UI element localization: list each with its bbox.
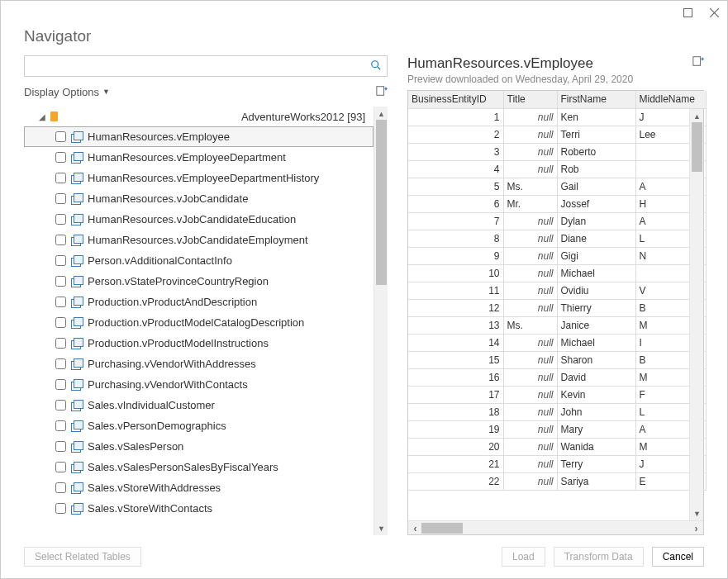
tree-item[interactable]: HumanResources.vJobCandidateEmployment xyxy=(24,230,374,250)
table-row[interactable]: 20nullWanidaM xyxy=(408,438,706,455)
tree-item-checkbox[interactable] xyxy=(55,193,66,204)
tree-item-checkbox[interactable] xyxy=(55,214,66,225)
table-row[interactable]: 10nullMichael xyxy=(408,264,706,282)
tree-item-checkbox[interactable] xyxy=(55,462,66,472)
table-hscrollbar[interactable]: ‹ › xyxy=(408,520,703,534)
column-header[interactable]: FirstName xyxy=(557,91,635,108)
tree-item[interactable]: Sales.vSalesPersonSalesByFiscalYears xyxy=(24,457,374,477)
scroll-thumb[interactable] xyxy=(376,120,387,285)
tree-item-label: Production.vProductAndDescription xyxy=(88,296,257,308)
cell-title: null xyxy=(503,282,557,299)
tree-item-checkbox[interactable] xyxy=(55,420,66,431)
scroll-up-icon[interactable]: ▲ xyxy=(690,109,704,123)
table-row[interactable]: 21nullTerryJ xyxy=(408,455,706,472)
scroll-left-icon[interactable]: ‹ xyxy=(408,521,422,535)
load-button[interactable]: Load xyxy=(502,547,545,567)
collapse-icon[interactable]: ◢ xyxy=(39,112,45,121)
table-row[interactable]: 17nullKevinF xyxy=(408,386,706,403)
cancel-button[interactable]: Cancel xyxy=(652,547,704,567)
tree-item[interactable]: HumanResources.vEmployee xyxy=(24,126,374,147)
tree-item[interactable]: Production.vProductModelInstructions xyxy=(24,333,374,354)
scroll-thumb[interactable] xyxy=(692,122,702,172)
tree-item-label: Sales.vIndividualCustomer xyxy=(88,399,215,411)
tree-item[interactable]: Production.vProductModelCatalogDescripti… xyxy=(24,312,374,333)
tree-item[interactable]: Sales.vPersonDemographics xyxy=(24,415,374,436)
search-input[interactable] xyxy=(25,60,365,73)
transform-data-button[interactable]: Transform Data xyxy=(554,547,644,567)
tree-item-checkbox[interactable] xyxy=(55,235,66,245)
cell-id: 17 xyxy=(408,386,503,403)
tree-item-checkbox[interactable] xyxy=(55,173,66,183)
scroll-right-icon[interactable]: › xyxy=(689,521,703,535)
table-row[interactable]: 1nullKenJ xyxy=(408,108,706,126)
tree-item[interactable]: HumanResources.vEmployeeDepartment xyxy=(24,147,374,168)
table-row[interactable]: 12nullThierryB xyxy=(408,299,706,316)
tree-item-checkbox[interactable] xyxy=(55,482,66,493)
table-row[interactable]: 9nullGigiN xyxy=(408,247,706,264)
cell-firstname: Ovidiu xyxy=(557,282,635,299)
tree-item-checkbox[interactable] xyxy=(55,441,66,452)
table-row[interactable]: 7nullDylanA xyxy=(408,212,706,230)
tree-item[interactable]: HumanResources.vJobCandidate xyxy=(24,188,374,209)
close-icon[interactable] xyxy=(707,6,721,19)
table-vscrollbar[interactable]: ▲ ▼ xyxy=(689,109,703,520)
tree-item[interactable]: HumanResources.vJobCandidateEducation xyxy=(24,209,374,230)
scroll-down-icon[interactable]: ▼ xyxy=(690,506,704,520)
search-icon[interactable] xyxy=(365,59,387,74)
tree-root-node[interactable]: ◢ AdventureWorks2012 [93] xyxy=(24,107,374,126)
table-row[interactable]: 11nullOvidiuV xyxy=(408,282,706,299)
table-row[interactable]: 13Ms.JaniceM xyxy=(408,316,706,334)
tree-item[interactable]: Sales.vIndividualCustomer xyxy=(24,395,374,415)
preview-refresh-icon[interactable] xyxy=(692,55,704,69)
tree-item-checkbox[interactable] xyxy=(55,152,66,163)
table-row[interactable]: 4nullRob xyxy=(408,160,706,178)
tree-item-checkbox[interactable] xyxy=(55,297,66,307)
table-row[interactable]: 8nullDianeL xyxy=(408,230,706,247)
tree-item-checkbox[interactable] xyxy=(55,358,66,369)
table-row[interactable]: 6Mr.JossefH xyxy=(408,195,706,212)
scroll-up-icon[interactable]: ▲ xyxy=(374,107,388,121)
tree-item-checkbox[interactable] xyxy=(55,338,66,349)
object-tree[interactable]: ◢ AdventureWorks2012 [93] HumanResources… xyxy=(24,107,374,535)
tree-item[interactable]: Purchasing.vVendorWithAddresses xyxy=(24,354,374,374)
svg-rect-0 xyxy=(683,8,692,17)
table-row[interactable]: 19nullMaryA xyxy=(408,420,706,438)
tree-item-checkbox[interactable] xyxy=(55,276,66,287)
table-row[interactable]: 2nullTerriLee xyxy=(408,126,706,143)
tree-item[interactable]: Production.vProductAndDescription xyxy=(24,292,374,312)
table-row[interactable]: 14nullMichaelI xyxy=(408,334,706,351)
tree-item[interactable]: Purchasing.vVendorWithContacts xyxy=(24,374,374,395)
tree-item[interactable]: HumanResources.vEmployeeDepartmentHistor… xyxy=(24,168,374,188)
tree-item[interactable]: Sales.vStoreWithAddresses xyxy=(24,477,374,498)
table-row[interactable]: 18nullJohnL xyxy=(408,403,706,420)
tree-item-checkbox[interactable] xyxy=(55,255,66,266)
display-options-dropdown[interactable]: Display Options ▼ xyxy=(24,86,110,98)
table-row[interactable]: 16nullDavidM xyxy=(408,368,706,386)
scroll-thumb[interactable] xyxy=(421,523,463,534)
tree-item[interactable]: Person.vStateProvinceCountryRegion xyxy=(24,271,374,292)
maximize-icon[interactable] xyxy=(681,6,694,19)
tree-scrollbar[interactable]: ▲ ▼ xyxy=(374,107,388,535)
search-box[interactable] xyxy=(24,55,388,77)
tree-item-checkbox[interactable] xyxy=(55,131,66,142)
tree-item-checkbox[interactable] xyxy=(55,503,66,514)
refresh-icon[interactable] xyxy=(376,85,388,99)
tree-item-checkbox[interactable] xyxy=(55,400,66,411)
preview-table[interactable]: BusinessEntityIDTitleFirstNameMiddleName… xyxy=(408,91,707,491)
tree-item-checkbox[interactable] xyxy=(55,379,66,390)
column-header[interactable]: Title xyxy=(503,91,557,108)
cell-title: null xyxy=(503,438,557,455)
select-related-tables-button[interactable]: Select Related Tables xyxy=(24,547,141,567)
tree-item[interactable]: Person.vAdditionalContactInfo xyxy=(24,250,374,271)
column-header[interactable]: BusinessEntityID xyxy=(408,91,503,108)
table-row[interactable]: 3nullRoberto xyxy=(408,143,706,160)
tree-item[interactable]: Sales.vSalesPerson xyxy=(24,436,374,457)
table-row[interactable]: 5Ms.GailA xyxy=(408,178,706,195)
tree-item-checkbox[interactable] xyxy=(55,317,66,328)
table-row[interactable]: 22nullSariyaE xyxy=(408,472,706,490)
scroll-down-icon[interactable]: ▼ xyxy=(374,521,388,535)
tree-item[interactable]: Sales.vStoreWithContacts xyxy=(24,498,374,519)
column-header[interactable]: MiddleName xyxy=(635,91,706,108)
tree-item-label: HumanResources.vJobCandidateEducation xyxy=(88,213,296,225)
table-row[interactable]: 15nullSharonB xyxy=(408,351,706,368)
